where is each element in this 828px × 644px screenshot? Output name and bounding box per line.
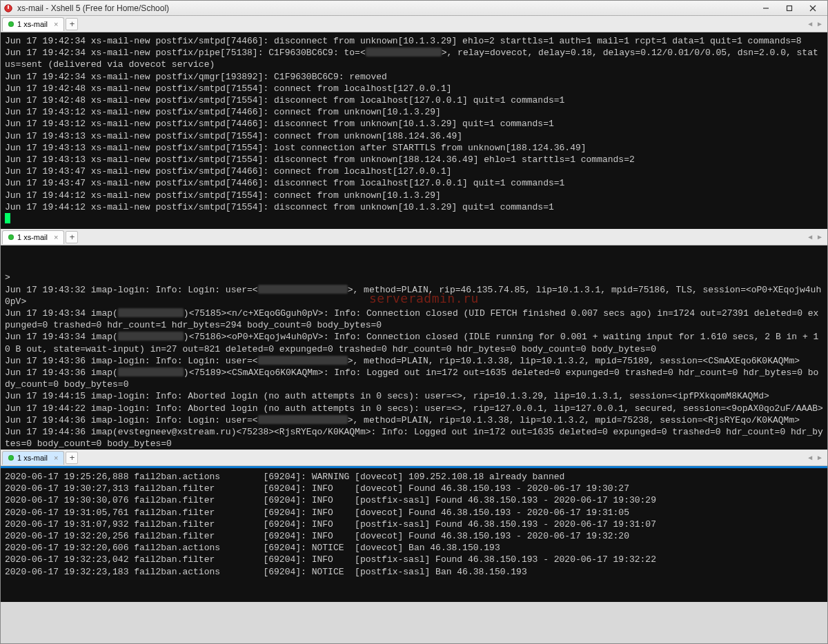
tab-label: 1 xs-mail [17,20,48,28]
terminal-pane-2[interactable]: serveradmin.ru >Jun 17 19:43:32 imap-log… [1,245,827,450]
maximize-button[interactable] [778,1,801,15]
title-bar: xs-mail - Xshell 5 (Free for Home/School… [1,1,827,16]
tab-label: 1 xs-mail [17,233,48,241]
tab-scroll-right-icon[interactable]: ► [816,20,823,28]
tab-scroll-arrows: ◄ ► [807,454,826,461]
close-button[interactable] [801,1,825,15]
tab-scroll-left-icon[interactable]: ◄ [807,233,814,241]
tab-scroll-arrows: ◄ ► [807,20,826,28]
terminal-pane-1[interactable]: Jun 17 19:42:34 xs-mail-new postfix/smtp… [1,32,827,229]
tab-bar-pane1: 1 xs-mail × + ◄ ► [1,16,827,32]
tab-close-icon[interactable]: × [54,233,58,241]
tab-scroll-left-icon[interactable]: ◄ [807,454,814,461]
tab-xs-mail-2[interactable]: 1 xs-mail × [2,230,64,244]
tab-bar-pane2: 1 xs-mail × + ◄ ► [1,229,827,245]
svg-rect-1 [8,5,9,8]
new-tab-button[interactable]: + [66,452,78,464]
tab-close-icon[interactable]: × [54,454,58,462]
tab-scroll-arrows: ◄ ► [807,233,826,241]
window-title: xs-mail - Xshell 5 (Free for Home/School… [17,3,754,13]
new-tab-button[interactable]: + [66,18,78,30]
status-dot-icon [8,234,14,240]
app-icon [3,3,13,13]
tab-label: 1 xs-mail [17,454,48,462]
tab-scroll-left-icon[interactable]: ◄ [807,20,814,28]
status-dot-icon [8,455,14,461]
minimize-button[interactable] [754,1,778,15]
window-controls [754,1,825,15]
tab-xs-mail-1[interactable]: 1 xs-mail × [2,17,64,31]
tab-scroll-right-icon[interactable]: ► [816,233,823,241]
tab-scroll-right-icon[interactable]: ► [816,454,823,461]
tab-close-icon[interactable]: × [54,20,58,28]
terminal-pane-3[interactable]: 2020-06-17 19:25:26,888 fail2ban.actions… [1,468,827,602]
svg-rect-3 [787,6,792,10]
tab-xs-mail-3[interactable]: 1 xs-mail × [2,451,64,465]
status-dot-icon [8,21,14,27]
tab-bar-pane3: 1 xs-mail × + ◄ ► [1,450,827,466]
new-tab-button[interactable]: + [66,231,78,243]
